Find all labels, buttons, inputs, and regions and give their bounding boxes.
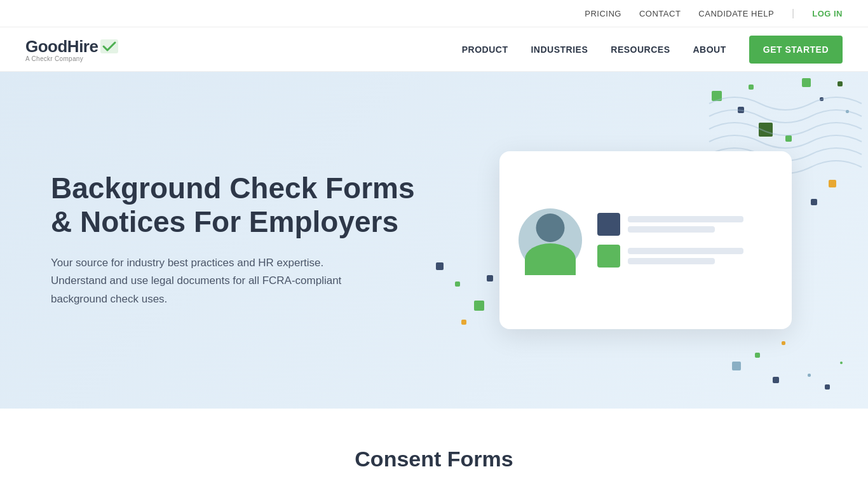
candidate-help-link[interactable]: CANDIDATE HELP bbox=[698, 9, 774, 18]
nav-product[interactable]: PRODUCT bbox=[462, 44, 508, 55]
hero-illustration bbox=[499, 151, 792, 329]
main-nav: GoodHire A Checkr Company PRODUCT INDUST… bbox=[0, 27, 868, 72]
line-group-1 bbox=[628, 216, 773, 233]
get-started-button[interactable]: GET STARTED bbox=[749, 36, 843, 64]
hero-section: Background Check Forms & Notices For Emp… bbox=[0, 72, 868, 409]
pricing-link[interactable]: PRICING bbox=[585, 9, 621, 18]
hero-content: Background Check Forms & Notices For Emp… bbox=[51, 172, 432, 309]
nav-divider: | bbox=[792, 8, 794, 19]
nav-industries[interactable]: INDUSTRIES bbox=[531, 44, 588, 55]
contact-link[interactable]: CONTACT bbox=[639, 9, 681, 18]
top-bar: PRICING CONTACT CANDIDATE HELP | LOG IN bbox=[0, 0, 868, 27]
hero-title: Background Check Forms & Notices For Emp… bbox=[51, 172, 432, 239]
text-line bbox=[628, 216, 743, 222]
line-group-2 bbox=[628, 248, 773, 264]
nav-about[interactable]: ABOUT bbox=[693, 44, 726, 55]
text-line bbox=[628, 248, 743, 254]
avatar bbox=[519, 208, 582, 272]
avatar-head bbox=[536, 214, 565, 242]
log-in-link[interactable]: LOG IN bbox=[812, 9, 843, 18]
avatar-area bbox=[519, 208, 582, 272]
logo[interactable]: GoodHire A Checkr Company bbox=[25, 37, 118, 62]
card-square-green bbox=[597, 245, 620, 268]
card-item-1 bbox=[597, 213, 773, 236]
hero-description: Your source for industry best practices … bbox=[51, 254, 356, 309]
logo-name: GoodHire bbox=[25, 37, 98, 57]
id-card-illustration bbox=[499, 151, 792, 329]
nav-resources[interactable]: RESOURCES bbox=[611, 44, 670, 55]
text-line bbox=[628, 258, 715, 264]
card-square-blue bbox=[597, 213, 620, 236]
consent-section: Consent Forms bbox=[0, 409, 868, 488]
consent-title: Consent Forms bbox=[25, 447, 843, 471]
text-line bbox=[628, 226, 715, 233]
avatar-body bbox=[525, 243, 576, 275]
logo-icon bbox=[100, 39, 118, 53]
nav-links: PRODUCT INDUSTRIES RESOURCES ABOUT GET S… bbox=[462, 36, 843, 64]
card-item-2 bbox=[597, 245, 773, 268]
logo-subtitle: A Checkr Company bbox=[25, 55, 118, 62]
card-info-lines bbox=[597, 213, 773, 268]
